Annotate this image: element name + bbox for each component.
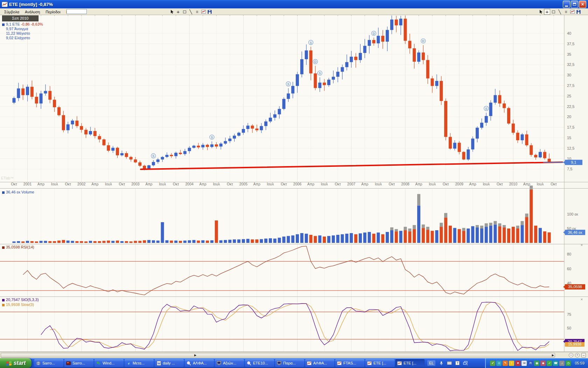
- scroll-right-icon[interactable]: ▶: [552, 354, 554, 357]
- phone-icon[interactable]: ☎: [553, 361, 558, 366]
- taskbar-button-label: Μετα...: [133, 361, 145, 365]
- candle-body: [48, 91, 51, 100]
- update-check-icon[interactable]: ✓: [547, 361, 552, 366]
- scrollbar-thumb-icon[interactable]: ▶: [194, 354, 196, 357]
- close-button[interactable]: ×: [579, 1, 586, 8]
- security-shield-icon[interactable]: ✔: [490, 361, 495, 366]
- rsi-tick-label: 80: [567, 252, 571, 256]
- date-tick-label: 2010: [509, 182, 518, 186]
- mail-icon[interactable]: ✉: [522, 361, 527, 366]
- window-restore-icon[interactable]: [462, 360, 468, 366]
- restore-button[interactable]: [571, 1, 578, 8]
- taskbar-button-11[interactable]: FTAS...: [335, 359, 364, 367]
- candle-body: [215, 144, 218, 146]
- candle-body: [413, 48, 416, 62]
- legend-date: Σεπ 2010: [2, 15, 38, 21]
- chart-tool-icon[interactable]: [569, 9, 575, 15]
- pen-writer-icon[interactable]: ✎: [503, 361, 508, 366]
- line-tool-icon[interactable]: ╲: [556, 9, 563, 15]
- taskbar-button-4[interactable]: eΜετα...: [125, 359, 154, 367]
- taskbar-button-13[interactable]: ETE [...: [396, 359, 425, 367]
- volume-bar-gray: [417, 194, 420, 206]
- date-tick-label: Οκτ: [335, 182, 341, 186]
- crosshair-tool-icon[interactable]: +: [175, 9, 181, 15]
- window-titlebar[interactable]: ETE [montly] -0,87% ×: [0, 0, 588, 8]
- taskbar-button-label: ETE [...: [404, 361, 416, 365]
- heart-monitor-icon[interactable]: ♥: [515, 361, 520, 366]
- rectangle-tool-icon[interactable]: [550, 9, 556, 15]
- pointer-tool-icon[interactable]: [169, 9, 175, 15]
- help-icon[interactable]: ?: [454, 360, 460, 366]
- crosshair-tool-icon[interactable]: +: [544, 9, 550, 15]
- chart-canvas[interactable]: SSSSDSDSSDS4037,53532,53027,52522,52017,…: [0, 15, 588, 352]
- grid-tool-icon[interactable]: ≡: [563, 9, 569, 15]
- alert-shield-icon[interactable]: !: [509, 361, 514, 366]
- taskbar-button-9[interactable]: Παρα...: [275, 359, 304, 367]
- language-indicator[interactable]: EL: [427, 360, 435, 366]
- taskbar-button-10[interactable]: ΑΛΦΑ...: [305, 359, 334, 367]
- scrollbar-track[interactable]: ▶ ▶: [1, 353, 555, 357]
- volume-bar-gray: [530, 186, 533, 190]
- candle-body: [381, 36, 384, 42]
- spyware-eye-icon[interactable]: ◉: [534, 361, 539, 366]
- menu-item-1[interactable]: Σύμβολα: [1, 9, 22, 15]
- pointer-tool-icon[interactable]: [538, 9, 544, 15]
- taskbar-button-8[interactable]: ETE10...: [245, 359, 274, 367]
- messenger-buddy-icon[interactable]: ☺: [496, 361, 502, 366]
- zoom-in-button[interactable]: +: [575, 353, 580, 357]
- chart-tool-icon[interactable]: [200, 9, 206, 15]
- fit-width-button[interactable]: ↔: [581, 353, 586, 357]
- start-button[interactable]: start: [0, 358, 31, 368]
- candle-body: [507, 108, 510, 123]
- date-tick-label: Ιουλ: [483, 182, 490, 186]
- date-tick-label: Οκτ: [389, 182, 395, 186]
- date-tick-label: 2004: [185, 182, 194, 186]
- save-tool-icon[interactable]: [575, 9, 582, 15]
- volume-bar: [426, 230, 429, 243]
- candle-body: [476, 128, 479, 138]
- taskbar-button-5[interactable]: Wdaily ...: [155, 359, 184, 367]
- taskbar-button-label: Παρα...: [283, 361, 296, 365]
- grid-tool-icon[interactable]: ≡: [194, 9, 200, 15]
- chat-faces-icon[interactable]: ☻: [540, 361, 546, 366]
- globe-icon: [36, 361, 41, 366]
- taskbar-button-6[interactable]: ΑΛΦΑ...: [185, 359, 214, 367]
- taskbar-button-1[interactable]: Sarro...: [34, 359, 63, 367]
- save-tool-icon[interactable]: [206, 9, 213, 15]
- graphics-driver-icon[interactable]: R: [528, 361, 533, 366]
- candle-body: [368, 40, 371, 46]
- menu-item-3[interactable]: Περίοδοι: [43, 9, 63, 15]
- date-tick-label: Ιουλ: [321, 182, 328, 186]
- candle-body: [111, 148, 114, 151]
- taskbar-button-12[interactable]: ETE [...: [365, 359, 394, 367]
- symbol-input[interactable]: [66, 9, 87, 14]
- rectangle-tool-icon[interactable]: [181, 9, 188, 15]
- volume-bar: [246, 239, 250, 243]
- microphone-icon[interactable]: [438, 360, 444, 366]
- date-tick-label: Ιουλ: [105, 182, 112, 186]
- volume-bar-gray: [476, 225, 479, 227]
- candle-body: [480, 123, 483, 128]
- volume-bar: [345, 234, 348, 243]
- volume-bar: [368, 232, 371, 243]
- menu-item-2[interactable]: Ανάλυση: [22, 9, 43, 15]
- scheduler-clock-icon[interactable]: ◷: [566, 361, 571, 366]
- candle-body: [233, 136, 236, 138]
- taskbar-button-2[interactable]: Sarro...: [64, 359, 93, 367]
- app-chart-icon: [2, 2, 8, 7]
- taskbar-button-3[interactable]: Wind...: [94, 359, 124, 367]
- menu-bar: ΣύμβολαΑνάλυσηΠερίοδοιΠροβολή +╲≡ +╲≡: [0, 8, 588, 15]
- minimize-button[interactable]: [563, 1, 570, 8]
- taskbar-button-7[interactable]: Αξιών...: [215, 359, 244, 367]
- volume-icon[interactable]: ♪: [559, 361, 565, 366]
- volume-bar: [521, 225, 524, 243]
- candle-body: [75, 121, 78, 126]
- input-keyboard-icon[interactable]: [446, 360, 452, 366]
- taskbar-button-label: Sarro...: [72, 361, 85, 365]
- date-tick-label: Οκτ: [65, 182, 71, 186]
- zoom-out-button[interactable]: −: [569, 353, 573, 357]
- line-tool-icon[interactable]: ╲: [188, 9, 194, 15]
- volume-bar: [341, 234, 344, 243]
- candle-body: [170, 155, 173, 156]
- candle-body: [467, 149, 470, 159]
